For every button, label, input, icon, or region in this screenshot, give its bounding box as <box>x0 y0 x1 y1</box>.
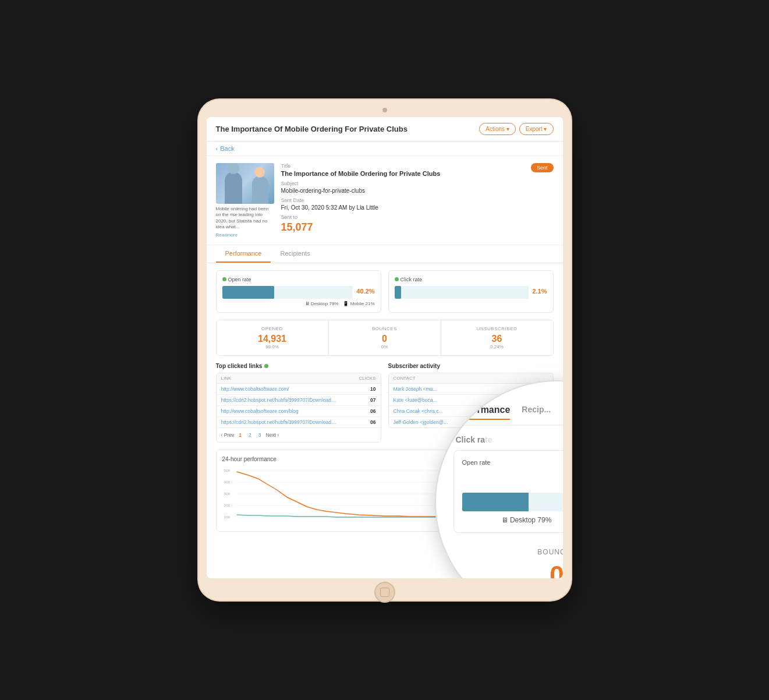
stats-row: OPENED 14,931 99.0% BOUNCES 0 0% UNSUBSC… <box>216 320 554 356</box>
readmore-link[interactable]: Readmore <box>216 232 238 238</box>
zoom-open-rate-card: Open rate 40.2% 🖥 Desktop 79% 📱 Mobile 2… <box>453 450 563 533</box>
app-header: The Importance Of Mobile Ordering For Pr… <box>207 117 563 142</box>
zoom-bar-fill <box>462 493 529 511</box>
title-label: Title <box>281 163 554 169</box>
open-rate-device-breakdown: 🖥 Desktop 79% 📱 Mobile 21% <box>222 301 375 306</box>
bounces-stat: BOUNCES 0 0% <box>329 320 441 355</box>
ipad-frame: The Importance Of Mobile Ordering For Pr… <box>199 100 571 600</box>
article-image-wrap: Mobile ordering had been on the rise lea… <box>216 163 274 238</box>
zoom-bounces-value: 0 <box>453 561 563 578</box>
sent-to-label: Sent to <box>281 214 554 220</box>
svg-text:500: 500 <box>224 468 231 472</box>
page-title: The Importance Of Mobile Ordering For Pr… <box>216 125 407 133</box>
article-info: Sent Title The Importance of Mobile Orde… <box>281 163 554 238</box>
top-links-table-head: LINK CLICKS <box>217 373 381 384</box>
ipad-screen: The Importance Of Mobile Ordering For Pr… <box>207 117 563 578</box>
tab-recipients[interactable]: Recipients <box>271 245 319 263</box>
page-3[interactable]: 3 <box>256 432 264 439</box>
chevron-left-icon: ‹ <box>216 145 218 152</box>
table-row: https://cdn2.hubspot.net/hubfs/3999707/D… <box>217 395 381 406</box>
header-buttons: Actions ▾ Export ▾ <box>479 123 553 135</box>
back-label: Back <box>220 145 234 152</box>
zoom-bounces-section: BOUNCES 0 0% <box>453 548 563 578</box>
subject-label: Subject <box>281 181 554 186</box>
zoom-tab-recipients[interactable]: Recip... <box>522 405 551 420</box>
desktop-icon: 🖥 Desktop 79% <box>305 301 339 306</box>
ipad-home-button[interactable] <box>374 582 395 603</box>
page-2[interactable]: 2 <box>246 432 254 439</box>
open-rate-bar-wrap: 40.2% <box>222 286 375 299</box>
svg-text:300: 300 <box>224 492 231 496</box>
top-links-header: Top clicked links <box>216 363 381 369</box>
table-row: https://cdn2.hubspot.net/hubfs/3999707/D… <box>217 417 381 428</box>
sent-date-label: Sent Date <box>281 197 554 203</box>
top-links-section: Top clicked links LINK CLICKS http://www… <box>216 363 381 443</box>
mobile-icon: 📱 Mobile 21% <box>343 301 374 306</box>
subscriber-table-head: CONTACT <box>389 373 553 384</box>
prev-page[interactable]: ‹ Prev <box>221 432 235 438</box>
svg-text:200: 200 <box>224 503 231 507</box>
zoom-bounces-label: BOUNCES <box>453 548 563 556</box>
zoom-desktop: 🖥 Desktop 79% <box>501 516 552 524</box>
open-rate-card: Open rate 40.2% 🖥 Desktop 79% 📱 Mobile 2… <box>216 270 381 313</box>
green-dot <box>222 277 226 281</box>
zoom-device-row: 🖥 Desktop 79% 📱 Mobile 21% <box>462 516 563 524</box>
sent-badge: Sent <box>531 163 554 172</box>
click-rate-card: Click rate 2.1% <box>388 270 554 313</box>
zoom-open-rate-title: Open rate <box>462 459 563 466</box>
article-title: The Importance of Mobile Ordering for Pr… <box>281 170 554 177</box>
click-rate-bar-wrap: 2.1% <box>395 286 547 299</box>
open-rate-bar-bg <box>222 286 353 299</box>
svg-text:100: 100 <box>224 515 231 519</box>
top-links-table: LINK CLICKS http://www.cobaltsoftware.co… <box>216 373 381 443</box>
subscriber-header: Subscriber activity <box>388 363 554 369</box>
article-sent-date: Fri, Oct 30, 2020 5:32 AM by Lia Little <box>281 204 554 211</box>
next-page[interactable]: Next › <box>265 432 279 438</box>
click-rate-bar-fill <box>395 286 402 299</box>
actions-button[interactable]: Actions ▾ <box>479 123 516 135</box>
article-subject: Mobile-ordering-for-private-clubs <box>281 188 554 194</box>
svg-text:400: 400 <box>224 480 231 484</box>
export-button[interactable]: Export ▾ <box>519 123 554 135</box>
open-rate-bar-fill <box>222 286 275 299</box>
article-caption: Mobile ordering had been on the rise lea… <box>216 206 274 231</box>
top-links-dot <box>264 364 268 368</box>
click-rate-value: 2.1% <box>532 288 547 295</box>
tab-performance[interactable]: Performance <box>216 245 271 263</box>
zoom-open-rate-value: 40.2% <box>462 471 563 489</box>
click-dot <box>395 277 399 281</box>
unsubscribed-stat: UNSUBSCRIBED 36 0.24% <box>441 320 553 355</box>
zoom-click-rate-header: Click rate <box>453 435 563 444</box>
opened-stat: OPENED 14,931 99.0% <box>217 320 329 355</box>
open-rate-value: 40.2% <box>356 288 374 295</box>
back-button[interactable]: ‹ Back <box>207 142 563 156</box>
article-sent-to: 15,077 <box>281 221 554 234</box>
article-section: Mobile ordering had been on the rise lea… <box>207 156 563 245</box>
zoom-bar-bg <box>462 493 563 511</box>
tabs: Performance Recipients <box>207 245 563 263</box>
ipad-camera <box>382 108 387 112</box>
pagination: ‹ Prev 1 2 3 Next › <box>217 428 381 442</box>
metrics-row: Open rate 40.2% 🖥 Desktop 79% 📱 Mobile 2… <box>216 270 554 313</box>
page-1[interactable]: 1 <box>236 432 244 439</box>
open-rate-title: Open rate <box>222 277 375 282</box>
table-row: http://www.cobaltsoftware.com/ 10 <box>217 384 381 395</box>
table-row: http://www.cobaltsoftware.com/blog 06 <box>217 406 381 417</box>
click-rate-title: Click rate <box>395 277 547 282</box>
article-image <box>216 163 274 204</box>
ipad-home-inner <box>380 588 389 597</box>
click-rate-bar-bg <box>395 286 529 299</box>
